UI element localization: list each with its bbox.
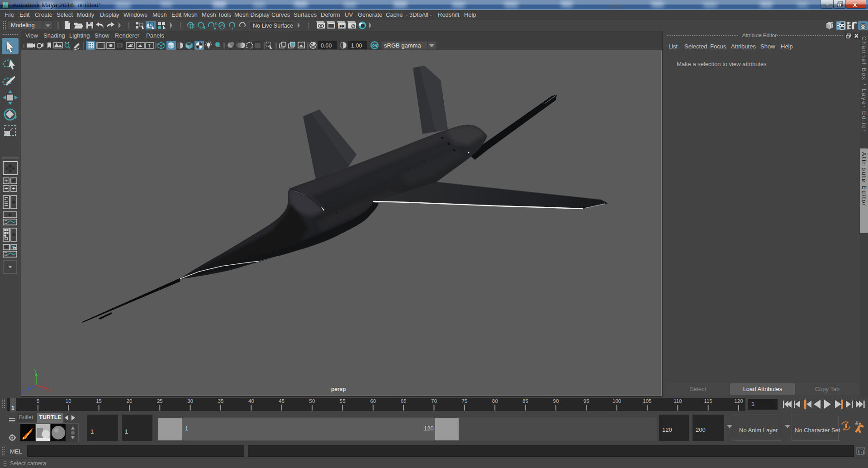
svg-text:ON: ON [372,44,377,47]
svg-text:20: 20 [127,398,133,404]
svg-text:x: x [49,387,51,392]
svg-text:z: z [22,389,24,394]
svg-text:sRGB gamma: sRGB gamma [384,42,421,49]
svg-text:70: 70 [431,398,437,404]
svg-text:10: 10 [66,398,71,404]
svg-text:No Live Surface: No Live Surface [253,23,293,29]
svg-text:115: 115 [704,398,712,404]
svg-text:65: 65 [401,398,407,404]
svg-text:{;}: {;} [858,450,865,454]
svg-text:75: 75 [461,398,467,404]
svg-text:0.00: 0.00 [321,43,332,49]
svg-text:30: 30 [187,398,193,404]
svg-text:T: T [148,43,151,48]
svg-text:IPR: IPR [339,24,345,29]
svg-text:80: 80 [492,398,498,404]
svg-text:85: 85 [522,398,528,404]
svg-text:55: 55 [340,398,346,404]
svg-text:100: 100 [612,398,621,404]
svg-text:90: 90 [553,398,559,404]
svg-text:105: 105 [643,398,651,404]
svg-text:1: 1 [11,405,14,411]
svg-text:45: 45 [279,398,285,404]
svg-text:50: 50 [309,398,315,404]
svg-text:25: 25 [157,398,163,404]
svg-text:35: 35 [218,398,224,404]
svg-text:120: 120 [734,398,743,404]
svg-text:1.00: 1.00 [351,43,362,49]
svg-text:60: 60 [370,398,376,404]
svg-text:5: 5 [37,398,39,404]
svg-text:y: y [34,368,37,372]
svg-text:95: 95 [583,398,589,404]
svg-text:110: 110 [674,398,682,404]
svg-text:40: 40 [248,398,254,404]
svg-text:15: 15 [96,398,102,404]
